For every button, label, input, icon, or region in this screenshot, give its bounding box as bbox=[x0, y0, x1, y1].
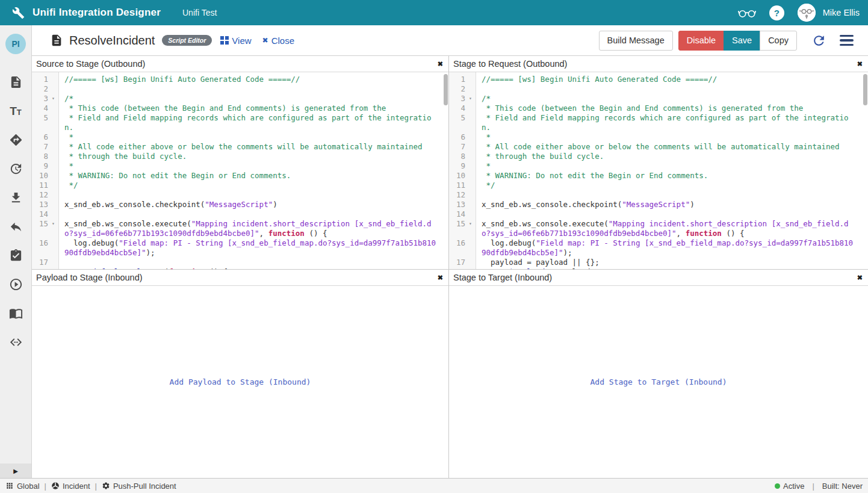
code-line: 16 log.debug("Field map: PI - String [x_… bbox=[449, 238, 868, 258]
save-button[interactable]: Save bbox=[724, 31, 760, 51]
panel-header: Stage to Target (Inbound) ✖ bbox=[449, 270, 868, 286]
fold-gutter bbox=[48, 132, 58, 142]
user-avatar[interactable] bbox=[798, 4, 816, 22]
fold-gutter bbox=[48, 190, 58, 200]
code-editor-stage-to-request[interactable]: 1//===== [ws] Begin Unifi Auto Generated… bbox=[449, 72, 868, 269]
fold-gutter bbox=[465, 190, 476, 200]
document-icon[interactable] bbox=[9, 75, 23, 89]
panel-source-to-stage: Source to Stage (Outbound) ✖ 1//===== [w… bbox=[32, 56, 448, 269]
code-line: 6 * bbox=[32, 132, 448, 142]
code-lines: 1//===== [ws] Begin Unifi Auto Generated… bbox=[32, 75, 448, 269]
code-line: 18 var $payload = payload; bbox=[449, 267, 868, 269]
code-line: 3▾/* bbox=[32, 94, 448, 104]
code-line: 13x_snd_eb.ws_console.checkpoint("Messag… bbox=[32, 200, 448, 209]
fold-gutter bbox=[48, 113, 58, 132]
code-line: 17 bbox=[32, 258, 448, 267]
fold-gutter bbox=[48, 200, 58, 209]
integration-icon bbox=[51, 482, 60, 490]
integration-avatar[interactable]: PI bbox=[5, 34, 26, 54]
scope-item[interactable]: Global bbox=[5, 482, 40, 491]
code-line: 6 * bbox=[449, 132, 868, 142]
code-line: 10 * WARNING: Do not edit the Begin or E… bbox=[32, 171, 448, 181]
history-icon[interactable] bbox=[9, 162, 23, 176]
run-icon[interactable] bbox=[9, 278, 23, 291]
message-item[interactable]: Push-Pull Incident bbox=[102, 482, 176, 491]
status-right: Active | Built: Never bbox=[775, 482, 863, 491]
top-bar: Unifi Integration Designer Unifi Test ? … bbox=[0, 0, 868, 25]
fold-gutter bbox=[465, 75, 476, 84]
code-line: 12 bbox=[32, 190, 448, 200]
code-editor-source-to-stage[interactable]: 1//===== [ws] Begin Unifi Auto Generated… bbox=[32, 72, 448, 269]
scope-label: Global bbox=[17, 482, 40, 491]
glasses-icon[interactable] bbox=[738, 7, 756, 19]
code-line: 1//===== [ws] Begin Unifi Auto Generated… bbox=[449, 75, 868, 84]
active-label: Active bbox=[783, 482, 804, 491]
left-column: Source to Stage (Outbound) ✖ 1//===== [w… bbox=[32, 56, 449, 478]
panel-title: Payload to Stage (Inbound) bbox=[36, 273, 143, 282]
help-icon[interactable]: ? bbox=[769, 5, 784, 20]
fold-gutter bbox=[48, 152, 58, 161]
topbar-actions: ? Mike Ellis bbox=[738, 4, 860, 22]
add-payload-to-stage-link[interactable]: Add Payload to Stage (Inbound) bbox=[170, 377, 311, 386]
fold-arrow-icon[interactable]: ▾ bbox=[48, 219, 58, 238]
panel-close-icon[interactable]: ✖ bbox=[857, 60, 863, 68]
panel-title: Stage to Request (Outbound) bbox=[453, 59, 567, 69]
panel-close-icon[interactable]: ✖ bbox=[438, 274, 443, 282]
code-line: 15▾x_snd_eb.ws_console.execute("Mapping … bbox=[32, 219, 448, 238]
code-line: 11 */ bbox=[449, 181, 868, 190]
code-line: 7 * All code either above or below the c… bbox=[449, 142, 868, 152]
user-name[interactable]: Mike Ellis bbox=[823, 8, 860, 17]
code-line: 4 * This code (between the Begin and End… bbox=[449, 104, 868, 113]
code-line: 14 bbox=[32, 209, 448, 219]
integration-item[interactable]: Incident bbox=[51, 482, 90, 491]
separator: | bbox=[812, 482, 814, 491]
message-label: Push-Pull Incident bbox=[113, 482, 176, 491]
apps-grid-icon bbox=[5, 482, 14, 490]
vertical-scrollbar[interactable] bbox=[863, 74, 867, 105]
undo-icon[interactable] bbox=[9, 220, 23, 234]
code-line: 2 bbox=[32, 84, 448, 94]
download-icon[interactable] bbox=[9, 191, 23, 205]
active-status-dot bbox=[775, 483, 780, 489]
fold-gutter bbox=[48, 104, 58, 113]
code-line: 13x_snd_eb.ws_console.checkpoint("Messag… bbox=[449, 200, 868, 209]
panel-close-icon[interactable]: ✖ bbox=[857, 274, 863, 282]
fold-gutter bbox=[465, 152, 476, 161]
code-line: 10 * WARNING: Do not edit the Begin or E… bbox=[449, 171, 868, 181]
code-line: 8 * through the build cycle. bbox=[32, 152, 448, 161]
fold-arrow-icon[interactable]: ▾ bbox=[465, 94, 476, 104]
fold-gutter bbox=[48, 84, 58, 94]
disable-button[interactable]: Disable bbox=[678, 31, 724, 51]
refresh-icon[interactable] bbox=[811, 33, 826, 48]
panel-close-icon[interactable]: ✖ bbox=[438, 60, 443, 68]
docs-book-icon[interactable] bbox=[9, 306, 23, 320]
code-icon[interactable] bbox=[9, 335, 23, 349]
view-button[interactable]: View bbox=[220, 36, 251, 46]
empty-script-area: Add Stage to Target (Inbound) bbox=[449, 286, 868, 478]
fold-gutter bbox=[48, 75, 58, 84]
tasks-icon[interactable] bbox=[9, 249, 23, 262]
code-line: 9 * bbox=[32, 161, 448, 171]
add-stage-to-target-link[interactable]: Add Stage to Target (Inbound) bbox=[591, 377, 727, 386]
fold-arrow-icon[interactable]: ▾ bbox=[48, 94, 58, 104]
fold-gutter bbox=[48, 238, 58, 258]
left-sidebar: PI TT ▶ bbox=[0, 25, 32, 478]
record-action-group: Disable Save Copy bbox=[678, 31, 797, 51]
fold-arrow-icon[interactable]: ▾ bbox=[465, 219, 476, 238]
built-label: Built: Never bbox=[822, 482, 863, 491]
code-line: 4 * This code (between the Begin and End… bbox=[32, 104, 448, 113]
copy-button[interactable]: Copy bbox=[760, 31, 797, 51]
empty-script-area: Add Payload to Stage (Inbound) bbox=[32, 286, 448, 478]
code-line: 2 bbox=[449, 84, 868, 94]
code-line: 3▾/* bbox=[449, 94, 868, 104]
build-message-button[interactable]: Build Message bbox=[599, 31, 673, 51]
vertical-scrollbar[interactable] bbox=[444, 74, 448, 105]
directions-icon[interactable] bbox=[9, 133, 23, 147]
fold-gutter bbox=[465, 161, 476, 171]
text-format-icon[interactable]: TT bbox=[10, 104, 22, 118]
app-subtitle[interactable]: Unifi Test bbox=[182, 8, 217, 17]
close-button[interactable]: ✖ Close bbox=[262, 36, 294, 46]
menu-icon[interactable] bbox=[840, 35, 854, 46]
fold-arrow-icon[interactable]: ▾ bbox=[48, 267, 58, 269]
sidebar-expand-button[interactable]: ▶ bbox=[0, 464, 31, 478]
